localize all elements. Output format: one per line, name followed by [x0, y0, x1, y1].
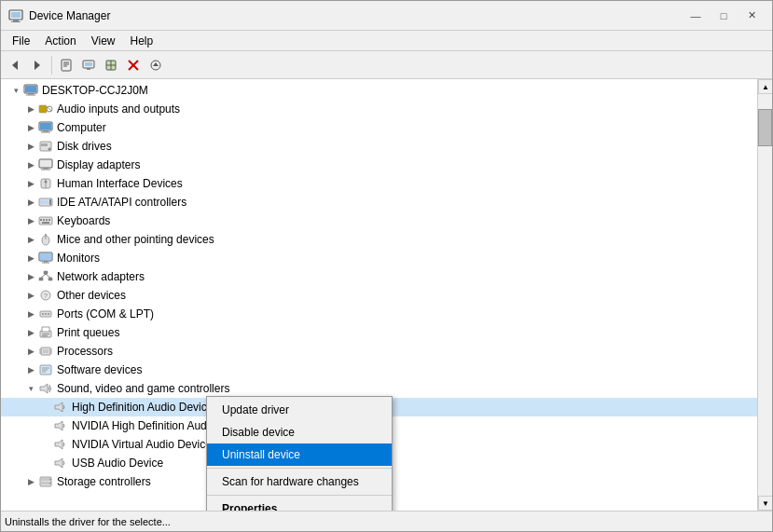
tree-item-disk[interactable]: ▶ Disk drives — [1, 137, 757, 156]
context-disable-device[interactable]: Disable device — [207, 421, 392, 443]
context-separator — [207, 468, 392, 469]
hid-label: Human Interface Devices — [57, 177, 183, 190]
tree-item-software[interactable]: ▶ Software devices — [1, 361, 757, 379]
context-menu: Update driver Disable device Uninstall d… — [206, 396, 393, 511]
display-label: Display adapters — [57, 158, 140, 171]
expander-ide[interactable]: ▶ — [23, 195, 38, 210]
svg-rect-47 — [46, 219, 48, 221]
tree-item-processors[interactable]: ▶ Processors — [1, 342, 757, 361]
tree-item-monitors[interactable]: ▶ Monitors — [1, 249, 757, 267]
toolbar — [1, 51, 772, 79]
context-scan-hardware[interactable]: Scan for hardware changes — [207, 471, 392, 493]
context-properties[interactable]: Properties — [207, 498, 392, 511]
forward-button[interactable] — [27, 55, 48, 75]
back-button[interactable] — [5, 55, 25, 75]
svg-rect-21 — [25, 86, 36, 92]
expander-storage[interactable]: ▶ — [23, 474, 38, 489]
network-label: Network adapters — [57, 270, 145, 283]
menu-file[interactable]: File — [5, 33, 37, 49]
usb-audio-label: USB Audio Device — [72, 457, 163, 470]
svg-rect-30 — [41, 132, 50, 133]
scroll-up-arrow[interactable]: ▲ — [758, 79, 772, 94]
expander-software[interactable]: ▶ — [23, 362, 38, 377]
download-button[interactable] — [145, 55, 166, 75]
svg-rect-90 — [41, 478, 50, 481]
tree-item-other[interactable]: ▶ ? Other devices — [1, 286, 757, 305]
expander-keyboards[interactable]: ▶ — [23, 213, 38, 228]
context-uninstall-device[interactable]: Uninstall device — [207, 443, 392, 466]
svg-rect-24 — [39, 105, 47, 113]
svg-line-61 — [46, 274, 50, 278]
expander-network[interactable]: ▶ — [23, 269, 38, 284]
tree-item-ports[interactable]: ▶ Ports (COM & LPT) — [1, 305, 757, 323]
expander-computer[interactable]: ▶ — [23, 120, 38, 135]
expander-hid[interactable]: ▶ — [23, 176, 38, 191]
tree-item-mice[interactable]: ▶ Mice and other pointing devices — [1, 230, 757, 249]
scroll-down-arrow[interactable]: ▼ — [758, 496, 772, 511]
tree-item-print[interactable]: ▶ Print queues — [1, 323, 757, 342]
menu-action[interactable]: Action — [37, 33, 83, 49]
tree-item-sound[interactable]: ▾ Sound, video and game controllers — [1, 379, 757, 398]
print-icon — [38, 325, 53, 340]
expander-other[interactable]: ▶ — [23, 288, 38, 303]
scan-button-toolbar[interactable] — [101, 55, 121, 75]
svg-point-66 — [45, 313, 47, 315]
monitor-icon — [38, 251, 53, 266]
scroll-thumb[interactable] — [758, 109, 772, 146]
expander-root[interactable]: ▾ — [8, 83, 23, 98]
status-text: Uninstalls the driver for the selecte... — [5, 516, 171, 527]
svg-point-52 — [45, 234, 47, 236]
minimize-button[interactable]: — — [683, 6, 709, 26]
expander-mice[interactable]: ▶ — [23, 232, 38, 247]
svg-point-93 — [49, 483, 51, 484]
tree-item-hid[interactable]: ▶ Human Interface Devices — [1, 174, 757, 193]
expander-audio-io[interactable]: ▶ — [23, 102, 38, 116]
tree-item-audio-io[interactable]: ▶ Audio inputs and outputs — [1, 100, 757, 118]
expander-sound[interactable]: ▾ — [23, 381, 38, 396]
tree-item-network[interactable]: ▶ Network adapters — [1, 267, 757, 286]
keyboards-label: Keyboards — [57, 214, 110, 227]
update-driver-toolbar[interactable] — [78, 55, 99, 75]
properties-button[interactable] — [56, 55, 76, 75]
svg-rect-3 — [11, 21, 21, 22]
storage-label: Storage controllers — [57, 475, 151, 488]
svg-point-32 — [48, 148, 51, 151]
svg-rect-91 — [41, 482, 50, 484]
menu-view[interactable]: View — [84, 33, 123, 49]
svg-point-67 — [48, 313, 49, 315]
menu-help[interactable]: Help — [123, 33, 161, 49]
expander-print[interactable]: ▶ — [23, 325, 38, 340]
svg-marker-88 — [55, 458, 62, 468]
svg-rect-71 — [42, 335, 48, 336]
svg-rect-29 — [43, 130, 48, 132]
delete-button[interactable] — [123, 55, 144, 75]
expander-disk[interactable]: ▶ — [23, 139, 38, 154]
sound-icon — [38, 381, 53, 396]
tree-item-ide[interactable]: ▶ IDE ATA/ATAPI controllers — [1, 193, 757, 211]
processor-icon — [38, 344, 53, 359]
svg-rect-43 — [49, 199, 51, 205]
vertical-scrollbar[interactable]: ▲ ▼ — [757, 79, 772, 511]
tree-item-keyboards[interactable]: ▶ Keyboards — [1, 211, 757, 230]
nvidia-virt-label: NVIDIA Virtual Audio Device — [72, 438, 212, 451]
title-bar: Device Manager — □ ✕ — [1, 1, 772, 31]
expander-monitors[interactable]: ▶ — [23, 251, 38, 266]
svg-rect-55 — [44, 261, 48, 263]
software-label: Software devices — [57, 363, 142, 376]
maximize-button[interactable]: □ — [711, 6, 737, 26]
tree-item-display[interactable]: ▶ Display adapters — [1, 156, 757, 174]
expander-usb-audio: ▶ — [38, 456, 53, 471]
close-button[interactable]: ✕ — [738, 6, 765, 26]
svg-marker-5 — [35, 61, 40, 70]
expander-nvidia-hd: ▶ — [38, 418, 53, 433]
expander-ports[interactable]: ▶ — [23, 307, 38, 321]
tree-item-computer[interactable]: ▶ Computer — [1, 118, 757, 137]
hd-audio-icon — [53, 400, 68, 415]
expander-processors[interactable]: ▶ — [23, 344, 38, 359]
expander-display[interactable]: ▶ — [23, 157, 38, 172]
tree-item-root[interactable]: ▾ DESKTOP-CCJ2J0M — [1, 81, 757, 100]
computer-icon — [23, 83, 38, 98]
toolbar-sep-1 — [51, 56, 52, 75]
context-update-driver[interactable]: Update driver — [207, 399, 392, 421]
ide-icon — [38, 195, 53, 210]
